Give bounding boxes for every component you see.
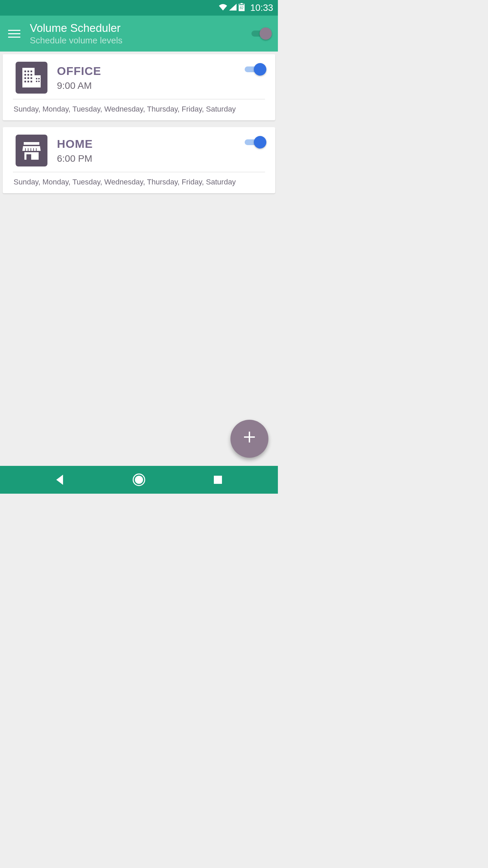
battery-icon: 82	[239, 3, 245, 13]
status-icons: 82	[219, 3, 245, 13]
signal-icon	[229, 4, 237, 12]
navigation-bar	[0, 466, 278, 494]
svg-rect-27	[36, 148, 37, 151]
svg-rect-23	[25, 148, 26, 151]
schedule-toggle[interactable]	[245, 136, 265, 148]
app-bar: Volume Scheduler Schedule volume levels	[0, 16, 278, 52]
content-area: OFFICE 9:00 AM Sunday, Monday, Tuesday, …	[0, 52, 278, 203]
svg-rect-7	[27, 71, 29, 72]
store-icon	[16, 135, 47, 166]
svg-rect-16	[27, 81, 29, 82]
svg-rect-20	[36, 81, 37, 82]
svg-rect-10	[27, 74, 29, 76]
schedule-time: 6:00 PM	[57, 153, 235, 164]
app-subtitle: Schedule volume levels	[30, 35, 251, 46]
nav-home-button[interactable]	[125, 471, 152, 488]
wifi-icon	[219, 4, 227, 12]
svg-rect-8	[30, 71, 32, 72]
svg-rect-24	[28, 148, 28, 151]
svg-point-33	[135, 476, 143, 484]
svg-rect-29	[26, 154, 31, 160]
schedule-toggle[interactable]	[245, 63, 265, 75]
svg-rect-5	[35, 75, 41, 87]
svg-rect-34	[214, 476, 222, 484]
nav-back-button[interactable]	[46, 471, 74, 488]
app-title: Volume Scheduler	[30, 22, 251, 35]
status-time: 10:33	[250, 3, 273, 13]
schedule-title: HOME	[57, 137, 235, 151]
add-button[interactable]	[230, 420, 268, 458]
svg-rect-15	[24, 81, 26, 82]
app-title-block: Volume Scheduler Schedule volume levels	[30, 22, 251, 46]
schedule-card[interactable]: OFFICE 9:00 AM Sunday, Monday, Tuesday, …	[3, 54, 275, 120]
svg-rect-25	[30, 148, 31, 151]
divider	[13, 99, 265, 99]
schedule-days: Sunday, Monday, Tuesday, Wednesday, Thur…	[13, 178, 265, 186]
svg-rect-6	[24, 71, 26, 72]
svg-rect-17	[30, 81, 32, 82]
divider	[13, 172, 265, 172]
card-text: HOME 6:00 PM	[57, 137, 235, 164]
menu-icon[interactable]	[5, 25, 22, 42]
plus-icon	[242, 430, 257, 448]
building-icon	[16, 62, 47, 94]
svg-rect-18	[36, 78, 37, 79]
svg-rect-12	[24, 77, 26, 79]
schedule-title: OFFICE	[57, 64, 235, 78]
schedule-days: Sunday, Monday, Tuesday, Wednesday, Thur…	[13, 105, 265, 114]
schedule-time: 9:00 AM	[57, 80, 235, 91]
status-bar: 82 10:33	[0, 0, 278, 16]
schedule-card[interactable]: HOME 6:00 PM Sunday, Monday, Tuesday, We…	[3, 127, 275, 193]
card-header: HOME 6:00 PM	[13, 135, 265, 166]
svg-rect-21	[38, 81, 40, 82]
card-text: OFFICE 9:00 AM	[57, 64, 235, 91]
svg-rect-9	[24, 74, 26, 76]
card-header: OFFICE 9:00 AM	[13, 62, 265, 94]
svg-rect-22	[24, 142, 39, 145]
svg-rect-26	[33, 148, 34, 151]
master-toggle[interactable]	[251, 27, 270, 40]
svg-text:82: 82	[240, 6, 244, 10]
svg-rect-11	[30, 74, 32, 76]
nav-recent-button[interactable]	[204, 471, 231, 488]
svg-rect-19	[38, 78, 40, 79]
svg-rect-13	[27, 77, 29, 79]
svg-rect-14	[30, 77, 32, 79]
